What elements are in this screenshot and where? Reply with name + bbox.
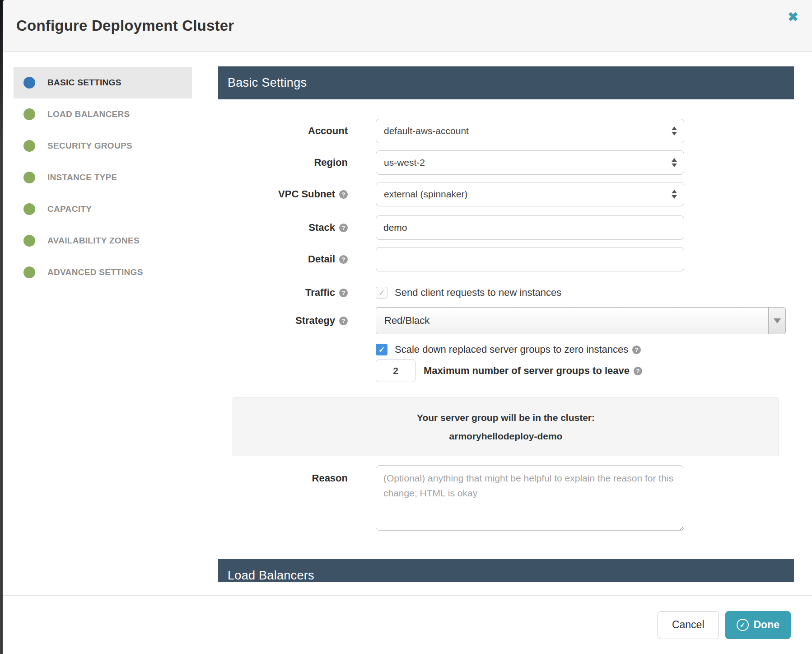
stack-row: Stack ?	[3, 215, 812, 240]
strategy-select[interactable]: Red/Black	[376, 307, 786, 334]
max-groups-input[interactable]	[376, 360, 415, 382]
region-row: Region us-west-2	[3, 150, 812, 175]
reason-textarea[interactable]	[376, 465, 684, 531]
scale-down-row: ✓ Scale down replaced server groups to z…	[376, 344, 641, 355]
close-icon[interactable]: ✖	[784, 8, 802, 26]
step-dot-icon	[23, 77, 35, 89]
select-updown-icon	[672, 190, 677, 199]
load-balancers-section-header: Load Balancers	[218, 559, 794, 582]
help-icon[interactable]: ?	[339, 255, 348, 264]
vpc-subnet-label: VPC Subnet ?	[3, 188, 348, 200]
label-text: VPC Subnet	[278, 188, 335, 200]
help-icon[interactable]: ?	[339, 190, 348, 199]
account-selected-value: default-aws-account	[384, 126, 469, 136]
help-icon[interactable]: ?	[339, 224, 348, 232]
select-updown-icon	[672, 158, 677, 167]
cluster-name-preview: Your server group will be in the cluster…	[233, 397, 779, 456]
label-text: Account	[308, 125, 348, 137]
account-select[interactable]: default-aws-account	[376, 119, 684, 143]
modal-body: BASIC SETTINGS LOAD BALANCERS SECURITY G…	[3, 52, 812, 582]
help-icon[interactable]: ?	[634, 367, 642, 375]
stack-input[interactable]	[376, 215, 684, 240]
vpc-subnet-selected-value: external (spinnaker)	[384, 189, 468, 200]
strategy-label: Strategy ?	[3, 315, 348, 327]
help-icon[interactable]: ?	[632, 346, 641, 354]
label-text: Stack	[308, 222, 335, 234]
sidebar-item-label: LOAD BALANCERS	[47, 109, 130, 119]
done-button-label: Done	[754, 619, 780, 631]
check-circle-icon: ✓	[737, 619, 749, 631]
cluster-name: armoryhellodeploy-demo	[449, 431, 563, 442]
account-row: Account default-aws-account	[3, 119, 812, 143]
label-text: Region	[314, 157, 348, 168]
account-label: Account	[3, 125, 348, 137]
help-icon[interactable]: ?	[339, 289, 348, 297]
traffic-label: Traffic ?	[3, 287, 348, 299]
label-text: Strategy	[295, 315, 335, 327]
modal-header: Configure Deployment Cluster ✖	[3, 0, 812, 52]
label-text: Detail	[308, 253, 335, 265]
done-button[interactable]: ✓ Done	[725, 611, 791, 639]
region-selected-value: us-west-2	[384, 157, 425, 168]
max-groups-label: Maximum number of server groups to leave	[424, 365, 630, 377]
cluster-preview-text: Your server group will be in the cluster…	[417, 412, 595, 423]
strategy-row: Strategy ? Red/Black	[3, 307, 812, 334]
label-text: Reason	[312, 472, 348, 484]
vpc-subnet-row: VPC Subnet ? external (spinnaker)	[3, 182, 812, 206]
detail-label: Detail ?	[3, 253, 348, 265]
scale-down-label: Scale down replaced server groups to zer…	[395, 344, 628, 355]
cancel-button[interactable]: Cancel	[658, 611, 719, 639]
modal-title: Configure Deployment Cluster	[16, 17, 234, 34]
region-label: Region	[3, 157, 348, 168]
wizard-content: Basic Settings Account default-aws-accou…	[218, 52, 794, 582]
configure-deployment-cluster-modal: Configure Deployment Cluster ✖ BASIC SET…	[3, 0, 812, 654]
max-groups-row: Maximum number of server groups to leave…	[376, 360, 642, 382]
region-select[interactable]: us-west-2	[376, 150, 684, 175]
dropdown-caret-icon	[768, 308, 785, 334]
footer-spacer	[3, 582, 812, 595]
reason-label: Reason	[3, 465, 348, 484]
traffic-checkbox-label: Send client requests to new instances	[395, 287, 561, 299]
modal-footer: Cancel ✓ Done	[3, 595, 812, 654]
label-text: Traffic	[305, 287, 335, 299]
basic-settings-section-header: Basic Settings	[218, 66, 794, 99]
detail-row: Detail ?	[3, 247, 812, 271]
detail-input[interactable]	[376, 247, 684, 271]
traffic-row: Traffic ? ✓ Send client requests to new …	[3, 281, 812, 304]
select-updown-icon	[672, 126, 677, 135]
help-icon[interactable]: ?	[339, 317, 348, 325]
sidebar-item-basic-settings[interactable]: BASIC SETTINGS	[14, 67, 192, 98]
traffic-checkbox[interactable]: ✓	[376, 287, 387, 299]
sidebar-item-label: BASIC SETTINGS	[47, 78, 121, 88]
strategy-selected-value: Red/Black	[384, 315, 429, 327]
vpc-subnet-select[interactable]: external (spinnaker)	[376, 182, 684, 206]
reason-row: Reason	[3, 465, 812, 531]
scale-down-checkbox[interactable]: ✓	[376, 344, 387, 355]
stack-label: Stack ?	[3, 222, 348, 234]
